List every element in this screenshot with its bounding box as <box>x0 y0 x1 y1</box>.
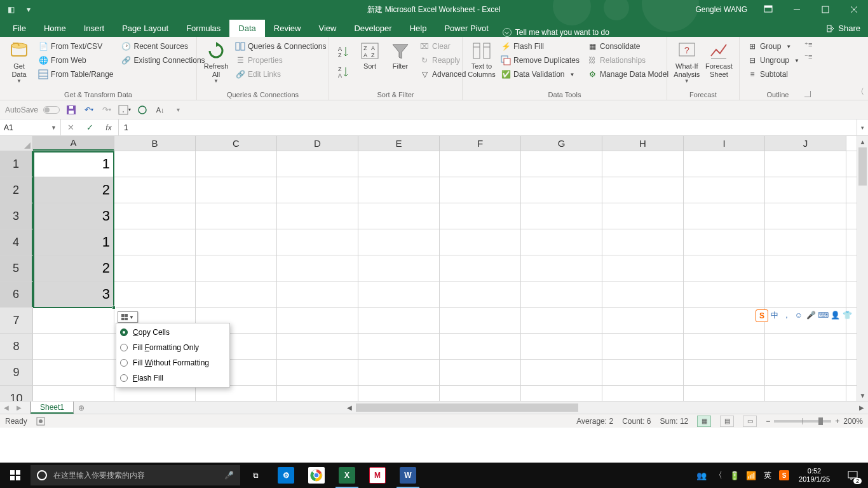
ime-keyboard-icon[interactable]: ⌨ <box>818 310 828 320</box>
recent-sources-button[interactable]: 🕑Recent Sources <box>119 39 208 53</box>
tab-developer[interactable]: Developer <box>345 20 400 37</box>
tab-review[interactable]: Review <box>265 20 310 37</box>
cell[interactable] <box>277 203 358 229</box>
tab-power-pivot[interactable]: Power Pivot <box>435 20 497 37</box>
tab-scroll-right[interactable]: ▶ <box>13 402 25 414</box>
forecast-sheet-button[interactable]: Forecast Sheet <box>704 39 734 90</box>
view-normal-button[interactable]: ▦ <box>697 416 711 427</box>
scroll-left-button[interactable]: ◀ <box>343 404 356 411</box>
cell[interactable] <box>114 151 196 177</box>
row-header[interactable]: 2 <box>0 177 33 203</box>
scroll-up-button[interactable]: ▲ <box>857 136 868 147</box>
cell[interactable] <box>521 308 602 333</box>
taskbar-app-mcafee[interactable]: M <box>362 463 393 488</box>
zoom-level[interactable]: 200% <box>843 417 863 426</box>
sogou-logo-icon[interactable]: S <box>756 310 768 322</box>
ime-toolbar[interactable]: S 中 ， ☺ 🎤 ⌨ 👤 👕 ▦ <box>755 309 865 323</box>
cell[interactable] <box>33 334 114 359</box>
manage-data-model-button[interactable]: ⚙Manage Data Model <box>585 67 671 81</box>
col-header-D[interactable]: D <box>277 136 358 151</box>
tab-data[interactable]: Data <box>229 20 264 37</box>
cell[interactable] <box>358 203 440 229</box>
taskbar-app-chrome[interactable] <box>301 463 332 488</box>
outline-launcher[interactable] <box>804 91 811 97</box>
cell[interactable] <box>521 360 602 385</box>
cell[interactable] <box>521 229 602 255</box>
cell[interactable] <box>521 177 602 203</box>
sort-desc-button[interactable]: ZA <box>334 62 353 81</box>
cell[interactable] <box>114 203 196 229</box>
cell[interactable] <box>277 360 358 385</box>
close-button[interactable] <box>839 0 868 19</box>
menu-copy-cells[interactable]: Copy Cells <box>116 325 229 340</box>
name-box[interactable]: A1 ▼ <box>0 119 61 135</box>
formula-input[interactable]: 1 <box>119 119 857 135</box>
cell[interactable] <box>521 203 602 229</box>
col-header-G[interactable]: G <box>521 136 602 151</box>
col-header-E[interactable]: E <box>358 136 440 151</box>
tab-page-layout[interactable]: Page Layout <box>113 20 177 37</box>
cell[interactable] <box>684 229 765 255</box>
taskbar-app-excel[interactable]: X <box>332 463 362 488</box>
row-header[interactable]: 9 <box>0 360 33 385</box>
ime-indicator[interactable]: 英 <box>762 470 773 481</box>
show-detail-icon[interactable]: ⁺≡ <box>804 41 812 49</box>
ime-user-icon[interactable]: 👤 <box>830 310 840 320</box>
wifi-icon[interactable]: 📶 <box>745 470 757 481</box>
tab-view[interactable]: View <box>309 20 345 37</box>
cell[interactable] <box>765 229 846 255</box>
cell[interactable] <box>684 151 765 177</box>
cell[interactable] <box>602 308 684 333</box>
start-button[interactable] <box>0 463 31 488</box>
expand-formula-bar-icon[interactable]: ▾ <box>857 119 868 135</box>
row-header[interactable]: 4 <box>0 229 33 255</box>
cell[interactable] <box>114 281 196 307</box>
cell[interactable]: 2 <box>33 177 114 203</box>
worksheet-grid[interactable]: A B C D E F G H I J 11223341526378910 ▼ … <box>0 136 868 414</box>
cell[interactable] <box>765 360 846 385</box>
name-box-dropdown-icon[interactable]: ▼ <box>51 125 57 131</box>
tab-help[interactable]: Help <box>401 20 436 37</box>
undo-button[interactable]: ↶▾ <box>83 104 95 116</box>
menu-flash-fill[interactable]: Flash Fill <box>116 370 229 386</box>
cell[interactable] <box>358 308 440 333</box>
cell[interactable] <box>358 255 440 281</box>
get-data-button[interactable]: Get Data ▼ <box>5 39 33 90</box>
advanced-filter-button[interactable]: ▽Advanced <box>417 67 468 81</box>
subtotal-button[interactable]: ≡Subtotal <box>745 67 802 81</box>
row-header[interactable]: 6 <box>0 281 33 307</box>
cell[interactable] <box>33 308 114 333</box>
cell[interactable] <box>602 151 684 177</box>
cell[interactable] <box>440 360 521 385</box>
autosave-toggle[interactable] <box>43 106 60 114</box>
qat-customize-button[interactable]: ▾ <box>172 104 184 116</box>
text-to-columns-button[interactable]: Text to Columns <box>468 39 496 90</box>
cell[interactable] <box>765 334 846 359</box>
row-header[interactable]: 7 <box>0 308 33 333</box>
cell[interactable] <box>440 255 521 281</box>
macro-record-icon[interactable] <box>36 417 45 426</box>
ribbon-display-options[interactable] <box>754 0 782 19</box>
tab-file[interactable]: File <box>4 20 35 37</box>
battery-icon[interactable]: 🔋 <box>729 470 740 481</box>
task-view-button[interactable]: ⧉ <box>240 463 271 488</box>
sort-asc-button[interactable]: AZ <box>334 42 353 61</box>
cell[interactable]: 1 <box>33 229 114 255</box>
col-header-B[interactable]: B <box>114 136 196 151</box>
consolidate-button[interactable]: ▦Consolidate <box>585 39 671 53</box>
from-text-csv-button[interactable]: 📄From Text/CSV <box>36 39 116 53</box>
cell[interactable] <box>33 360 114 385</box>
share-button[interactable]: Share <box>819 20 868 37</box>
col-header-J[interactable]: J <box>765 136 846 151</box>
row-header[interactable]: 3 <box>0 203 33 229</box>
col-header-F[interactable]: F <box>440 136 521 151</box>
cell[interactable] <box>684 308 765 333</box>
cell[interactable] <box>440 308 521 333</box>
cell[interactable] <box>440 151 521 177</box>
ime-mic-icon[interactable]: 🎤 <box>806 310 816 320</box>
menu-fill-formatting-only[interactable]: Fill Formatting Only <box>116 340 229 355</box>
cell[interactable] <box>521 334 602 359</box>
ime-emoji-icon[interactable]: ☺ <box>794 310 804 320</box>
cell[interactable] <box>358 229 440 255</box>
cell[interactable] <box>765 203 846 229</box>
